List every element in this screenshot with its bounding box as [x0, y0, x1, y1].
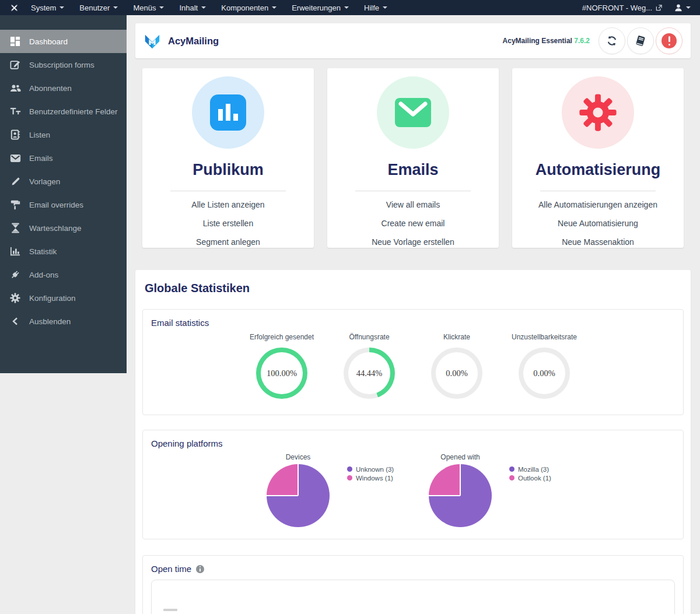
opening-platforms-title: Opening platforms: [143, 430, 683, 448]
acymailing-logo: [144, 32, 161, 50]
donut-value: 0.00%: [446, 369, 467, 378]
legend-label: Outlook (1): [518, 475, 551, 482]
link-alle-automatisierungen-anzeigen[interactable]: Alle Automatisierungen anzeigen: [518, 200, 678, 210]
link-alle-listen-anzeigen[interactable]: Alle Listen anzeigen: [148, 200, 308, 210]
menu-label: Benutzer: [79, 3, 110, 12]
link-neue-massenaktion[interactable]: Neue Massenaktion: [518, 237, 678, 247]
donut-value: 0.00%: [533, 369, 555, 378]
open-time-chart-area: [151, 580, 675, 614]
global-statistics-panel: Globale Statistiken Email statistics Erf…: [135, 270, 691, 614]
clipped-chart-label: [163, 609, 177, 611]
menu-menus[interactable]: Menüs: [125, 0, 172, 15]
sidebar-item-label: Vorlagen: [29, 177, 60, 186]
sidebar-item-subscription-forms[interactable]: Subscription forms: [0, 53, 127, 76]
link-liste-erstellen[interactable]: Liste erstellen: [148, 219, 308, 229]
stats-bar-chart-icon: [9, 247, 22, 257]
refresh-license-button[interactable]: [598, 27, 625, 54]
dashboard-icon: [9, 36, 22, 47]
site-preview-link[interactable]: #NOFRONT - Weg...: [582, 3, 662, 12]
menu-benutzer[interactable]: Benutzer: [72, 0, 125, 15]
link-create-new-email[interactable]: Create new email: [333, 219, 493, 229]
sidebar-item-add-ons[interactable]: Add-ons: [0, 263, 127, 286]
pie-title: Devices: [286, 453, 311, 461]
menu-system[interactable]: System: [23, 0, 72, 15]
link-view-all-emails[interactable]: View all emails: [333, 200, 493, 210]
topbar-right: #NOFRONT - Weg...: [582, 3, 700, 12]
legend-label: Unknown (3): [356, 466, 394, 473]
menu-inhalt[interactable]: Inhalt: [172, 0, 214, 15]
chevron-down-icon: [60, 6, 64, 9]
automatisierung-icon-circle: [562, 76, 634, 149]
acymailing-sidebar: Dashboard Subscription forms Abonnenten …: [0, 15, 127, 373]
card-title-publikum[interactable]: Publikum: [148, 161, 308, 179]
gear-icon: [579, 93, 617, 132]
appbar-actions: AcyMailing Essential 7.6.2: [503, 27, 682, 54]
legend-item-windows[interactable]: Windows (1): [347, 473, 407, 482]
card-title-emails[interactable]: Emails: [333, 161, 493, 179]
book-icon: [635, 35, 646, 47]
menu-label: Komponenten: [221, 3, 268, 12]
metric-label: Klickrate: [443, 333, 470, 341]
metric-unzustellbarkeitsrate: Unzustellbarkeitsrate 0.00%: [501, 333, 588, 399]
devices-pie-chart: [267, 464, 330, 527]
joomla-admin-topbar: System Benutzer Menüs Inhalt Komponenten…: [0, 0, 700, 15]
publikum-icon-circle: [192, 76, 264, 149]
sidebar-item-label: Emails: [29, 154, 53, 163]
sidebar-item-label: Warteschlange: [29, 224, 82, 233]
sidebar-item-label: Abonnenten: [29, 84, 72, 93]
user-menu[interactable]: [674, 3, 691, 12]
menu-label: Menüs: [133, 3, 156, 12]
main-content: AcyMailing AcyMailing Essential 7.6.2: [135, 23, 691, 614]
version-number: 7.6.2: [574, 37, 590, 45]
legend-item-unknown[interactable]: Unknown (3): [347, 465, 407, 473]
chevron-down-icon: [344, 6, 349, 9]
legend-item-mozilla[interactable]: Mozilla (3): [509, 465, 569, 473]
legend-item-outlook[interactable]: Outlook (1): [509, 473, 569, 482]
devices-legend: Unknown (3) Windows (1): [347, 453, 407, 482]
envelope-icon: [394, 97, 432, 128]
donut-chart-sent: 100.00%: [256, 348, 307, 399]
menu-erweiterungen[interactable]: Erweiterungen: [284, 0, 356, 15]
hourglass-icon: [9, 223, 22, 233]
sidebar-item-abonnenten[interactable]: Abonnenten: [0, 76, 127, 100]
bar-chart-icon: [208, 93, 248, 132]
donut-value: 100.00%: [267, 369, 297, 378]
global-statistics-heading: Globale Statistiken: [145, 282, 681, 295]
sidebar-item-emails[interactable]: Emails: [0, 146, 127, 170]
chevron-left-icon: [9, 317, 22, 325]
info-icon[interactable]: [196, 565, 204, 573]
emails-icon-circle: [377, 76, 449, 149]
link-neue-vorlage-erstellen[interactable]: Neue Vorlage erstellen: [333, 237, 493, 247]
documentation-button[interactable]: [627, 27, 654, 54]
acymailing-appbar: AcyMailing AcyMailing Essential 7.6.2: [135, 23, 691, 58]
menu-hilfe[interactable]: Hilfe: [356, 0, 395, 15]
divider: [170, 191, 285, 191]
sidebar-item-benutzerdefinierte-felder[interactable]: Benutzerdefinierte Felder: [0, 100, 127, 123]
sidebar-item-email-overrides[interactable]: Email overrides: [0, 193, 127, 216]
card-publikum: Publikum Alle Listen anzeigen Liste erst…: [142, 68, 314, 248]
refresh-icon: [606, 35, 618, 47]
sidebar-item-ausblenden[interactable]: Ausblenden: [0, 310, 127, 333]
opened-with-legend: Mozilla (3) Outlook (1): [509, 453, 569, 482]
metric-klickrate: Klickrate 0.00%: [413, 333, 501, 399]
sidebar-item-warteschlange[interactable]: Warteschlange: [0, 216, 127, 240]
alerts-button[interactable]: [656, 27, 682, 54]
sidebar-item-konfiguration[interactable]: Konfiguration: [0, 286, 127, 310]
card-title-automatisierung[interactable]: Automatisierung: [518, 161, 678, 179]
link-segment-anlegen[interactable]: Segment anlegen: [148, 237, 308, 247]
opened-with-chart-group: Opened with Mozilla (3) Outlook (1): [419, 453, 569, 527]
menu-label: System: [31, 3, 56, 12]
open-time-title: Open time: [151, 564, 191, 574]
sidebar-item-label: Ausblenden: [29, 317, 71, 326]
menu-komponenten[interactable]: Komponenten: [214, 0, 284, 15]
donut-chart-bounce-rate: 0.00%: [519, 348, 570, 399]
metric-label: Unzustellbarkeitsrate: [512, 333, 577, 341]
sidebar-item-label: Email overrides: [29, 201, 83, 209]
sidebar-item-dashboard[interactable]: Dashboard: [0, 30, 127, 53]
pie-title: Opened with: [440, 453, 480, 461]
chevron-down-icon: [383, 6, 387, 9]
sidebar-item-listen[interactable]: Listen: [0, 123, 127, 146]
link-neue-automatisierung[interactable]: Neue Automatisierung: [518, 219, 678, 229]
sidebar-item-vorlagen[interactable]: Vorlagen: [0, 170, 127, 193]
sidebar-item-statistik[interactable]: Statistik: [0, 240, 127, 263]
